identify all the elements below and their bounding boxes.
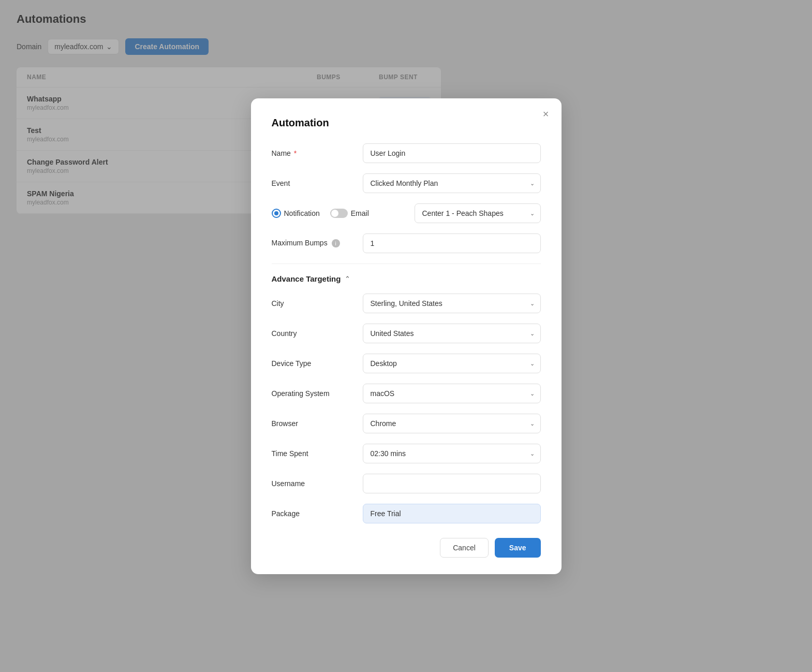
notification-label: Notification	[284, 209, 320, 217]
browser-select[interactable]: Chrome	[363, 414, 541, 433]
device-type-label: Device Type	[272, 359, 355, 368]
event-select[interactable]: Clicked Monthly Plan	[363, 173, 541, 193]
advance-targeting-header[interactable]: Advance Targeting ⌃	[272, 274, 541, 283]
name-input[interactable]	[363, 143, 541, 163]
os-row: Operating System macOS ⌄	[272, 384, 541, 403]
name-row: Name *	[272, 143, 541, 163]
country-label: Country	[272, 329, 355, 338]
country-row: Country United States ⌄	[272, 324, 541, 343]
time-spent-row: Time Spent 02:30 mins ⌄	[272, 444, 541, 463]
divider	[272, 264, 541, 264]
country-select-wrapper: United States ⌄	[363, 324, 541, 343]
city-label: City	[272, 299, 355, 308]
notification-row: Notification Email Center 1 - Peach Shap…	[272, 203, 541, 223]
notification-radio[interactable]	[272, 209, 281, 218]
package-label: Package	[272, 509, 355, 518]
time-spent-select[interactable]: 02:30 mins	[363, 444, 541, 463]
city-row: City Sterling, United States ⌄	[272, 294, 541, 313]
device-type-select[interactable]: Desktop	[363, 354, 541, 373]
email-option[interactable]: Email	[330, 209, 369, 218]
device-type-select-wrapper: Desktop ⌄	[363, 354, 541, 373]
event-select-wrapper: Clicked Monthly Plan ⌄	[363, 173, 541, 193]
username-label: Username	[272, 479, 355, 488]
browser-label: Browser	[272, 419, 355, 428]
modal-overlay: Automation × Name * Event Clicked Monthl…	[0, 0, 812, 672]
max-bumps-input[interactable]	[363, 233, 541, 253]
modal-footer: Cancel Save	[272, 538, 541, 558]
event-row: Event Clicked Monthly Plan ⌄	[272, 173, 541, 193]
event-label: Event	[272, 179, 355, 187]
chevron-up-icon: ⌃	[345, 275, 350, 283]
os-label: Operating System	[272, 389, 355, 398]
save-button[interactable]: Save	[495, 538, 541, 558]
email-label: Email	[351, 209, 369, 217]
automation-modal: Automation × Name * Event Clicked Monthl…	[251, 98, 562, 574]
max-bumps-row: Maximum Bumps i	[272, 233, 541, 253]
time-spent-label: Time Spent	[272, 449, 355, 458]
notif-options: Notification Email	[272, 209, 406, 218]
advance-targeting-label: Advance Targeting	[272, 274, 341, 283]
browser-row: Browser Chrome ⌄	[272, 414, 541, 433]
username-row: Username	[272, 474, 541, 493]
template-select-wrapper: Center 1 - Peach Shapes ⌄	[415, 203, 541, 223]
info-icon: i	[332, 239, 340, 247]
browser-select-wrapper: Chrome ⌄	[363, 414, 541, 433]
required-indicator: *	[292, 149, 297, 157]
os-select[interactable]: macOS	[363, 384, 541, 403]
modal-title: Automation	[272, 117, 541, 129]
close-button[interactable]: ×	[543, 109, 549, 119]
package-row: Package	[272, 504, 541, 523]
name-label: Name *	[272, 149, 355, 157]
package-input[interactable]	[363, 504, 541, 523]
country-select[interactable]: United States	[363, 324, 541, 343]
city-select-wrapper: Sterling, United States ⌄	[363, 294, 541, 313]
username-input[interactable]	[363, 474, 541, 493]
city-select[interactable]: Sterling, United States	[363, 294, 541, 313]
email-toggle[interactable]	[330, 209, 348, 218]
device-type-row: Device Type Desktop ⌄	[272, 354, 541, 373]
cancel-button[interactable]: Cancel	[440, 538, 489, 558]
time-spent-select-wrapper: 02:30 mins ⌄	[363, 444, 541, 463]
template-select[interactable]: Center 1 - Peach Shapes	[415, 203, 541, 223]
os-select-wrapper: macOS ⌄	[363, 384, 541, 403]
max-bumps-label: Maximum Bumps i	[272, 239, 355, 248]
notification-option[interactable]: Notification	[272, 209, 320, 218]
